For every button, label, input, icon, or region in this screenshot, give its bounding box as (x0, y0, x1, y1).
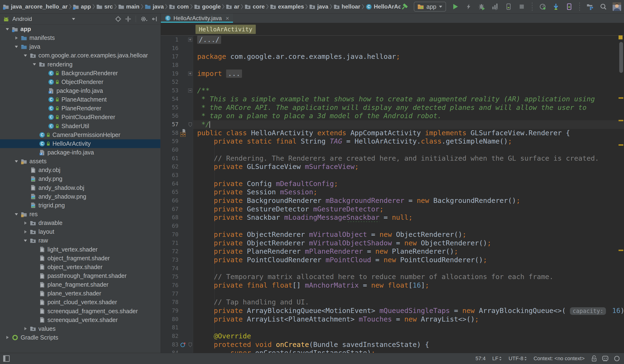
stop-icon[interactable] (518, 2, 526, 11)
apply-changes-icon[interactable] (465, 2, 473, 11)
code-line-70[interactable]: 70 private ObjectRenderer mVirtualObject… (161, 230, 624, 239)
tree-item-point-cloud-vertex-shader[interactable]: point_cloud_vertex.shader (0, 298, 160, 307)
breadcrumb-item[interactable]: ar (226, 3, 239, 10)
code-line-76[interactable]: 76 private final float[] mAnchorMatrix =… (161, 281, 624, 290)
tree-item-manifests[interactable]: manifests (0, 33, 160, 42)
profiler-icon[interactable] (491, 2, 499, 11)
code-line-75[interactable]: 75 // Temporary matrix allocated here to… (161, 273, 624, 281)
code-text[interactable]: private final float[] mAnchorMatrix = ne… (193, 281, 624, 290)
code-text[interactable] (193, 146, 624, 154)
hide-panel-icon[interactable] (151, 16, 158, 22)
code-line-16[interactable]: 16 (161, 44, 624, 53)
tree-item-assets[interactable]: assets (0, 157, 160, 166)
toolwindow-toggle-icon[interactable] (3, 355, 10, 362)
tree-item-values[interactable]: values (0, 324, 160, 333)
code-line-57[interactable]: 57 */ (161, 120, 624, 129)
expand-arrow-icon[interactable] (12, 212, 21, 217)
tree-item-andy-obj[interactable]: andy.obj (0, 166, 160, 174)
code-line-63[interactable]: 63 (161, 171, 624, 180)
breadcrumb-item[interactable]: main (118, 3, 139, 10)
code-text[interactable]: private ArrayList<PlaneAttachment> mTouc… (193, 315, 624, 324)
code-text[interactable]: private static final String TAG = HelloA… (193, 137, 624, 146)
search-everywhere-icon[interactable] (599, 2, 607, 11)
code-line-53[interactable]: 53−/** (161, 86, 624, 95)
code-text[interactable]: import ... (193, 70, 624, 78)
code-text[interactable]: // Tap handling and UI. (193, 298, 624, 307)
expand-arrow-icon[interactable] (12, 44, 21, 49)
tab-helloaractivity[interactable]: C HelloArActivity.java × (161, 14, 233, 23)
warning-stripe-mark[interactable] (619, 144, 623, 146)
tree-item-rendering[interactable]: rendering (0, 60, 160, 69)
code-text[interactable]: public class HelloArActivity extends App… (193, 129, 624, 137)
inspection-indicator[interactable] (619, 35, 623, 39)
code-text[interactable] (193, 61, 624, 70)
override-method-icon[interactable] (180, 342, 186, 348)
code-line-60[interactable]: 60 (161, 146, 624, 154)
project-view-selector[interactable]: Android (3, 16, 76, 22)
expand-arrow-icon[interactable] (21, 53, 30, 58)
toolwindow-toggle[interactable] (0, 355, 10, 362)
fold-expand-icon[interactable]: + (188, 38, 192, 42)
breadcrumb-item[interactable]: src (96, 3, 113, 10)
code-text[interactable]: super.onCreate(savedInstanceState); (193, 349, 624, 353)
breadcrumb-item[interactable]: helloar (334, 3, 360, 10)
code-text[interactable]: private GLSurfaceView mSurfaceView; (193, 162, 624, 171)
code-line-19[interactable]: 19+import ... (161, 70, 624, 78)
fold-collapse-icon[interactable]: − (188, 88, 192, 93)
code-text[interactable]: private GestureDetector mGestureDetector… (193, 205, 624, 213)
code-text[interactable]: private ObjectRenderer mVirtualObjectSha… (193, 239, 624, 247)
tree-item-package-info-java[interactable]: Jpackage-info.java (0, 148, 160, 157)
build-hammer-icon[interactable] (400, 2, 409, 11)
tree-item-res[interactable]: res (0, 210, 160, 219)
code-text[interactable]: * This is a simple example that shows ho… (193, 95, 624, 104)
tree-item-trigrid-png[interactable]: trigrid.png (0, 201, 160, 210)
sync-gauge-icon[interactable] (539, 2, 547, 11)
code-line-61[interactable]: 61 // Rendering. The Renderers are creat… (161, 154, 624, 163)
code-line-59[interactable]: 59 private static final String TAG = Hel… (161, 137, 624, 146)
run-device-icon[interactable] (504, 2, 513, 11)
tree-item-camerapermissionhelper[interactable]: CCameraPermissionHelper (0, 130, 160, 139)
fold-end-icon[interactable] (188, 122, 192, 127)
collapse-arrow-icon[interactable] (21, 230, 30, 234)
breadcrumb-item[interactable]: java (145, 3, 164, 10)
code-line-74[interactable]: 74 (161, 264, 624, 273)
tree-item-objectrenderer[interactable]: CObjectRenderer (0, 78, 160, 86)
code-line-18[interactable]: 18 (161, 61, 624, 70)
tree-item-object-vertex-shader[interactable]: object_vertex.shader (0, 263, 160, 271)
fold-expand-icon[interactable]: + (188, 72, 192, 76)
breadcrumb-item[interactable]: core (245, 3, 265, 10)
code-text[interactable]: // Rendering. The Renderers are created … (193, 154, 624, 163)
code-line-68[interactable]: 68 private Snackbar mLoadingMessageSnack… (161, 213, 624, 222)
tree-item-layout[interactable]: layout (0, 227, 160, 236)
tree-item-planerenderer[interactable]: CPlaneRenderer (0, 104, 160, 113)
code-line-65[interactable]: 65 private Session mSession; (161, 188, 624, 196)
settings-gear-icon[interactable] (140, 16, 148, 22)
tree-item-gradle-scripts[interactable]: Gradle Scripts (0, 333, 160, 342)
encoding-selector[interactable]: UTF-8 (508, 356, 527, 362)
code-line-56[interactable]: 56 * tap on a plane to place a 3d model … (161, 112, 624, 120)
tree-item-planeattachment[interactable]: CPlaneAttachment (0, 95, 160, 104)
code-line-78[interactable]: 78 // Tap handling and UI. (161, 298, 624, 307)
warning-stripe-mark[interactable] (619, 250, 623, 251)
tree-item-object-fragment-shader[interactable]: object_fragment.shader (0, 254, 160, 263)
tree-item-app[interactable]: app (0, 25, 160, 33)
breadcrumb-item[interactable]: app (73, 3, 91, 10)
code-text[interactable]: private Session mSession; (193, 188, 624, 196)
code-text[interactable] (193, 222, 624, 230)
tree-item-raw[interactable]: raw (0, 236, 160, 245)
expand-arrow-icon[interactable] (12, 159, 21, 164)
code-text[interactable]: * tap on a plane to place a 3d model of … (193, 112, 624, 120)
breadcrumb-item[interactable]: google (194, 3, 221, 10)
code-text[interactable]: private PointCloudRenderer mPointCloud =… (193, 256, 624, 264)
caret-position[interactable]: 57:4 (475, 356, 486, 362)
lock-icon[interactable] (591, 355, 597, 362)
tree-item-pointcloudrenderer[interactable]: CPointCloudRenderer (0, 113, 160, 122)
notifications-icon[interactable] (614, 355, 620, 362)
code-line-64[interactable]: 64 private Config mDefaultConfig; (161, 180, 624, 188)
code-editor[interactable]: 1+/.../1617package com.google.ar.core.ex… (161, 36, 624, 353)
project-structure-icon[interactable] (586, 2, 594, 11)
code-text[interactable]: private PlaneRenderer mPlaneRenderer = n… (193, 247, 624, 256)
warning-stripe-mark[interactable] (619, 97, 623, 99)
code-line-82[interactable]: 82 @Override (161, 332, 624, 340)
collapse-arrow-icon[interactable] (21, 326, 30, 331)
